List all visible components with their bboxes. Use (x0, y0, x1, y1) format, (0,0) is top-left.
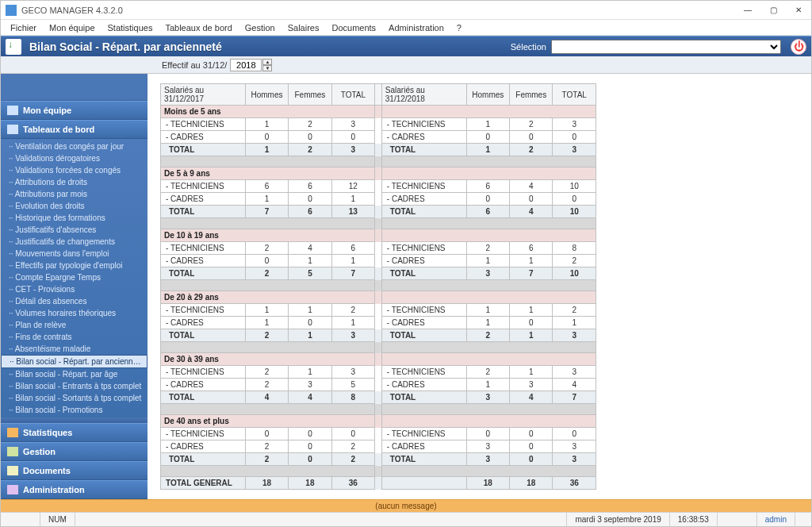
sidebar-item[interactable]: ·· Historique des formations (1, 212, 147, 224)
sidebar-item[interactable]: ·· Plan de relève (1, 319, 147, 331)
sidebar-tree: ·· Ventilation des congés par jour·· Val… (1, 139, 147, 417)
status-user: admin (757, 513, 795, 526)
header-left-title: Salariés au 31/12/2017 (161, 84, 246, 106)
window-buttons: — ▢ ✕ (735, 2, 811, 19)
effectif-label: Effectif au 31/12/ (162, 60, 227, 70)
pane-header: Bilan Social - Répart. par ancienneté Sé… (1, 36, 811, 56)
sidebar-item[interactable]: ·· Bilan social - Répart. par âge (1, 368, 147, 380)
pane-title: Bilan Social - Répart. par ancienneté (29, 40, 222, 53)
header-hommes-r: Hommes (466, 84, 509, 106)
sidebar-item[interactable]: ·· Evolution des droits (1, 200, 147, 212)
sidebar-item[interactable]: ·· Absentéisme maladie (1, 343, 147, 355)
menu-fichier[interactable]: Fichier (4, 21, 43, 34)
sidebar-section-mon-equipe[interactable]: Mon équipe (1, 101, 147, 120)
year-input[interactable] (230, 59, 262, 71)
content-area: Salariés au 31/12/2017 Hommes Femmes TOT… (147, 74, 811, 499)
app-icon (6, 5, 17, 16)
data-table: Salariés au 31/12/2017 Hommes Femmes TOT… (160, 83, 596, 490)
chart-icon (7, 428, 18, 437)
header-hommes-l: Hommes (245, 84, 288, 106)
status-time: 16:38:53 (670, 513, 718, 526)
menu-salaires[interactable]: Salaires (282, 21, 326, 34)
sidebar-section-gestion[interactable]: Gestion (1, 442, 147, 461)
header-femmes-l: Femmes (289, 84, 331, 106)
menu-tableaux[interactable]: Tableaux de bord (159, 21, 238, 34)
sidebar-item[interactable]: ·· CET - Provisions (1, 283, 147, 295)
menubar: Fichier Mon équipe Statistiques Tableaux… (1, 20, 811, 36)
sidebar-item[interactable]: ·· Mouvements dans l'emploi (1, 248, 147, 260)
menu-mon-equipe[interactable]: Mon équipe (43, 21, 102, 34)
sidebar-item[interactable]: ·· Bilan social - Sortants à tps complet (1, 392, 147, 404)
sidebar-item[interactable]: ·· Effectifs par typologie d'emploi (1, 260, 147, 271)
status-num: NUM (40, 513, 75, 526)
sidebar-item[interactable]: ·· Attributions par mois (1, 188, 147, 200)
message-bar: (aucun message) (1, 499, 811, 512)
sidebar: Mon équipe Tableaux de bord ·· Ventilati… (1, 74, 147, 499)
menu-help[interactable]: ? (450, 21, 468, 34)
window-title: GECO MANAGER 4.3.2.0 (21, 6, 735, 15)
window-titlebar: GECO MANAGER 4.3.2.0 — ▢ ✕ (1, 1, 811, 20)
sidebar-item[interactable]: ·· Justificatifs d'absences (1, 224, 147, 236)
sidebar-item[interactable]: ·· Volumes horaires théoriques (1, 307, 147, 319)
sidebar-item[interactable]: ·· Attributions de droits (1, 176, 147, 188)
menu-statistiques[interactable]: Statistiques (102, 21, 159, 34)
menu-documents[interactable]: Documents (325, 21, 382, 34)
sidebar-item[interactable]: ·· Ventilation des congés par jour (1, 140, 147, 152)
power-icon[interactable]: ⏻ (791, 39, 806, 55)
effectif-bar: Effectif au 31/12/ ▲▼ (1, 56, 811, 74)
sidebar-item[interactable]: ·· Bilan social - Promotions (1, 404, 147, 416)
sidebar-section-tableaux[interactable]: Tableaux de bord (1, 120, 147, 139)
branding-area (1, 74, 147, 101)
selection-label: Sélection (511, 42, 546, 52)
sidebar-section-statistiques[interactable]: Statistiques (1, 423, 147, 442)
sidebar-section-administration[interactable]: Administration (1, 480, 147, 499)
year-spinner[interactable]: ▲▼ (262, 59, 272, 71)
sidebar-item[interactable]: ·· Validations dérogatoires (1, 152, 147, 164)
statusbar: NUM mardi 3 septembre 2019 16:38:53 admi… (1, 512, 811, 526)
sidebar-section-documents[interactable]: Documents (1, 461, 147, 480)
minimize-button[interactable]: — (735, 2, 760, 19)
maximize-button[interactable]: ▢ (760, 2, 786, 19)
gear-icon (7, 447, 18, 456)
sidebar-item[interactable]: ·· Bilan social - Répart. par ancienneté (1, 355, 147, 368)
wrench-icon (7, 485, 18, 494)
header-femmes-r: Femmes (510, 84, 553, 106)
selection-dropdown[interactable] (551, 40, 781, 54)
status-date: mardi 3 septembre 2019 (567, 513, 669, 526)
menu-gestion[interactable]: Gestion (239, 21, 282, 34)
header-right-title: Salariés au 31/12/2018 (381, 84, 466, 106)
sidebar-item[interactable]: ·· Détail des absences (1, 295, 147, 307)
team-icon (7, 106, 18, 115)
sidebar-item[interactable]: ·· Validations forcées de congés (1, 164, 147, 176)
menu-administration[interactable]: Administration (382, 21, 450, 34)
sidebar-item[interactable]: ·· Compte Epargne Temps (1, 271, 147, 283)
grid-icon (7, 125, 18, 134)
header-total-r: TOTAL (553, 84, 596, 106)
document-icon (7, 466, 18, 475)
close-button[interactable]: ✕ (786, 2, 811, 19)
sidebar-item[interactable]: ·· Fins de contrats (1, 331, 147, 343)
sidebar-item[interactable]: ·· Justificatifs de changements (1, 236, 147, 248)
report-icon (6, 39, 21, 55)
sidebar-item[interactable]: ·· Bilan social - Entrants à tps complet (1, 380, 147, 392)
header-total-l: TOTAL (331, 84, 374, 106)
